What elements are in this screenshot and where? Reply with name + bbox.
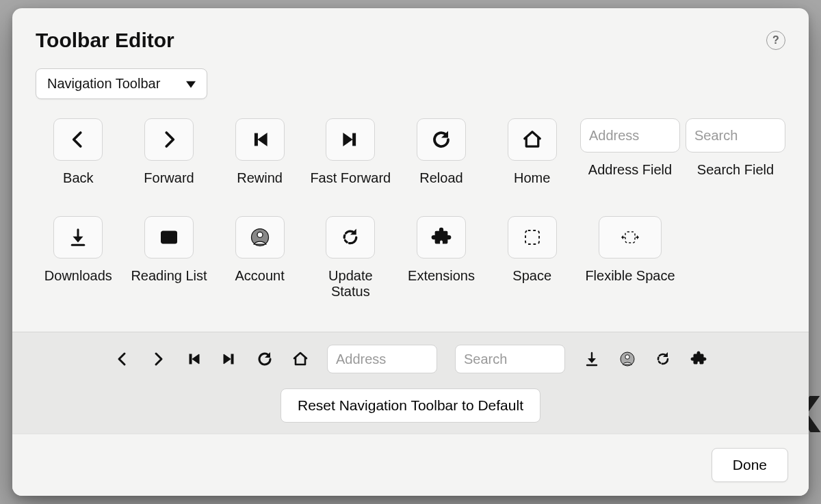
- svg-point-31: [625, 355, 629, 359]
- chevron-left-icon: [114, 351, 131, 367]
- svg-marker-23: [192, 354, 199, 364]
- toolbar-preview: Address Search Reset Navigation Toolbar …: [12, 332, 809, 434]
- svg-marker-0: [186, 81, 196, 88]
- dialog-footer: Done: [12, 434, 809, 496]
- preview-address-field[interactable]: Address: [327, 345, 437, 373]
- palette-item-fast-forward[interactable]: Fast Forward: [308, 118, 393, 186]
- toolbar-selector[interactable]: Navigation Toolbar: [36, 68, 207, 99]
- skip-back-icon: [250, 129, 270, 150]
- preview-home[interactable]: [291, 350, 309, 368]
- preview-back[interactable]: [114, 350, 131, 368]
- search-field-preview: Search: [686, 118, 785, 152]
- palette-label: Account: [235, 268, 285, 284]
- puzzle-icon: [690, 351, 707, 367]
- download-icon: [68, 227, 88, 248]
- palette-item-flexible-space[interactable]: Flexible Space: [580, 216, 680, 300]
- palette-label: Forward: [144, 170, 194, 186]
- svg-rect-22: [190, 354, 192, 364]
- space-icon: [522, 227, 543, 248]
- svg-marker-28: [588, 358, 596, 363]
- palette-label: Extensions: [408, 268, 475, 284]
- palette-label: Search Field: [697, 162, 774, 178]
- palette-label: Reading List: [131, 268, 207, 284]
- svg-rect-19: [625, 232, 635, 243]
- preview-forward[interactable]: [149, 350, 167, 368]
- svg-marker-21: [637, 235, 639, 239]
- palette-item-forward[interactable]: Forward: [127, 118, 212, 186]
- svg-marker-7: [73, 237, 83, 243]
- chevron-left-icon: [68, 129, 88, 150]
- svg-rect-4: [353, 133, 356, 146]
- palette: Back Forward Rewind Fast Forward Reload: [12, 118, 809, 332]
- toolbar-selector-label: Navigation Toolbar: [47, 76, 160, 92]
- skip-back-icon: [185, 351, 202, 367]
- svg-marker-20: [621, 235, 623, 239]
- palette-label: Rewind: [237, 170, 283, 186]
- account-icon: [250, 227, 270, 248]
- done-button[interactable]: Done: [712, 448, 788, 482]
- home-icon: [522, 129, 543, 150]
- palette-label: Fast Forward: [310, 170, 391, 186]
- download-icon: [584, 351, 600, 367]
- palette-label: Home: [514, 170, 550, 186]
- preview-search-field[interactable]: Search: [455, 345, 565, 373]
- palette-label: Update Status: [308, 268, 393, 300]
- update-icon: [340, 227, 361, 248]
- account-icon: [619, 351, 636, 367]
- palette-item-downloads[interactable]: Downloads: [36, 216, 121, 300]
- chevron-right-icon: [150, 351, 166, 367]
- dialog-title: Toolbar Editor: [36, 29, 174, 52]
- palette-item-back[interactable]: Back: [36, 118, 121, 186]
- help-button[interactable]: ?: [766, 31, 785, 50]
- help-icon: ?: [772, 34, 779, 47]
- address-field-preview: Address: [580, 118, 680, 152]
- svg-rect-18: [525, 230, 539, 244]
- svg-marker-3: [343, 133, 352, 146]
- preview-extensions[interactable]: [690, 350, 707, 368]
- puzzle-icon: [431, 227, 452, 248]
- palette-item-extensions[interactable]: Extensions: [399, 216, 484, 300]
- preview-update-status[interactable]: [654, 350, 672, 368]
- palette-item-address-field[interactable]: Address Address Field: [580, 118, 680, 186]
- chevron-right-icon: [159, 129, 179, 150]
- palette-item-reload[interactable]: Reload: [399, 118, 484, 186]
- update-icon: [655, 351, 671, 367]
- palette-label: Space: [512, 268, 551, 284]
- book-icon: [159, 227, 179, 248]
- preview-reload[interactable]: [256, 350, 274, 368]
- svg-marker-2: [258, 133, 267, 146]
- svg-rect-1: [255, 133, 257, 146]
- flex-space-icon: [620, 227, 640, 248]
- reset-toolbar-button[interactable]: Reset Navigation Toolbar to Default: [281, 388, 540, 423]
- palette-label: Back: [63, 170, 93, 186]
- palette-item-account[interactable]: Account: [217, 216, 302, 300]
- palette-item-search-field[interactable]: Search Search Field: [686, 118, 785, 186]
- palette-item-update-status[interactable]: Update Status: [308, 216, 393, 300]
- palette-item-space[interactable]: Space: [489, 216, 575, 300]
- skip-forward-icon: [340, 129, 361, 150]
- skip-forward-icon: [221, 351, 237, 367]
- preview-downloads[interactable]: [583, 350, 601, 368]
- palette-item-reading-list[interactable]: Reading List: [127, 216, 212, 300]
- reload-icon: [257, 351, 273, 367]
- palette-label: Downloads: [44, 268, 112, 284]
- chevron-down-icon: [186, 79, 196, 89]
- palette-label: Flexible Space: [585, 268, 675, 284]
- svg-rect-25: [231, 354, 233, 364]
- reload-icon: [431, 129, 452, 150]
- toolbar-editor-dialog: Toolbar Editor ? Navigation Toolbar Back…: [12, 8, 809, 496]
- preview-fast-forward[interactable]: [220, 350, 238, 368]
- preview-rewind[interactable]: [185, 350, 203, 368]
- svg-marker-24: [224, 354, 231, 364]
- palette-item-rewind[interactable]: Rewind: [217, 118, 302, 186]
- home-icon: [292, 351, 309, 367]
- svg-point-16: [257, 232, 263, 237]
- palette-item-home[interactable]: Home: [489, 118, 575, 186]
- palette-label: Reload: [419, 170, 462, 186]
- preview-account[interactable]: [618, 350, 636, 368]
- palette-label: Address Field: [588, 162, 672, 178]
